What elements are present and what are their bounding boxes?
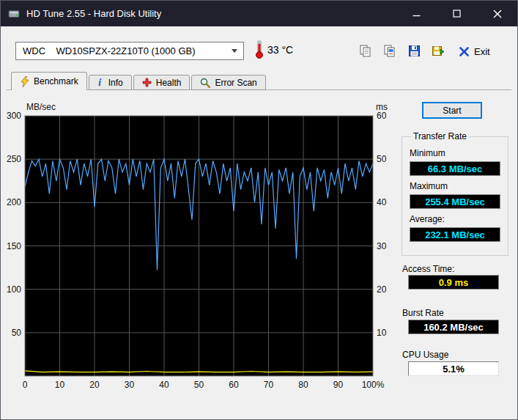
maximize-icon <box>453 10 461 18</box>
export-icon <box>432 45 445 57</box>
access-time-value: 0.9 ms <box>408 275 499 290</box>
burst-rate-label: Burst Rate <box>402 308 444 318</box>
svg-text:0: 0 <box>23 380 28 390</box>
exit-label: Exit <box>474 46 490 57</box>
tab-info[interactable]: i Info <box>89 75 132 90</box>
window-controls <box>396 1 517 26</box>
svg-text:80: 80 <box>298 380 308 390</box>
average-value: 232.1 MB/sec <box>410 227 500 242</box>
copy-text-button[interactable] <box>356 43 374 59</box>
svg-text:100%: 100% <box>362 380 385 390</box>
app-window: HD Tune 2.55 - Hard Disk Utility WDC WD1… <box>0 0 518 420</box>
chevron-down-icon <box>232 49 237 53</box>
app-icon <box>8 8 20 20</box>
svg-text:50: 50 <box>12 328 22 338</box>
exit-x-icon <box>459 47 469 56</box>
start-button[interactable]: Start <box>422 102 482 119</box>
copy-image-icon <box>383 45 396 57</box>
title-bar[interactable]: HD Tune 2.55 - Hard Disk Utility <box>1 1 517 26</box>
cpu-usage-value: 5.1% <box>408 361 499 376</box>
svg-text:i: i <box>98 77 102 88</box>
save-button[interactable] <box>405 43 423 59</box>
svg-text:300: 300 <box>7 111 21 121</box>
cpu-usage-label: CPU Usage <box>402 350 448 360</box>
svg-text:100: 100 <box>7 284 21 295</box>
svg-text:250: 250 <box>7 154 21 164</box>
close-icon <box>493 10 502 18</box>
info-icon: i <box>97 77 104 88</box>
tab-label: Error Scan <box>215 78 256 88</box>
tab-label: Benchmark <box>34 76 78 86</box>
exit-button[interactable]: Exit <box>459 43 490 59</box>
temperature-value: 33 °C <box>267 44 293 56</box>
svg-text:40: 40 <box>377 197 387 207</box>
average-label: Average: <box>410 214 500 224</box>
tab-health[interactable]: Health <box>133 75 190 90</box>
drive-select[interactable]: WDC WD10SPZX-22Z10T0 (1000 GB) <box>15 42 244 60</box>
minimize-button[interactable] <box>396 1 437 26</box>
export-button[interactable] <box>429 43 447 59</box>
minimum-value: 66.3 MB/sec <box>410 161 500 176</box>
burst-rate-value: 160.2 MB/sec <box>408 320 499 334</box>
save-icon <box>408 45 421 57</box>
thermometer-icon <box>255 40 264 62</box>
maximum-label: Maximum <box>410 181 500 191</box>
svg-text:200: 200 <box>7 197 21 207</box>
drive-select-value: WDC WD10SPZX-22Z10T0 (1000 GB) <box>16 45 196 56</box>
copy-text-icon <box>359 45 371 57</box>
transfer-rate-group: Transfer Rate Minimum 66.3 MB/sec Maximu… <box>402 131 508 256</box>
tab-label: Health <box>156 78 182 88</box>
svg-text:60: 60 <box>377 111 387 121</box>
window-title: HD Tune 2.55 - Hard Disk Utility <box>26 8 161 19</box>
lightning-icon <box>20 76 29 87</box>
tab-benchmark[interactable]: Benchmark <box>11 72 87 90</box>
svg-text:40: 40 <box>159 380 169 390</box>
copy-image-button[interactable] <box>380 43 398 59</box>
svg-text:60: 60 <box>229 380 239 390</box>
svg-text:90: 90 <box>333 380 344 390</box>
chart-canvas: MB/secms30025020015010050605040302010010… <box>4 98 400 399</box>
minimize-icon <box>412 10 421 18</box>
toolbar: WDC WD10SPZX-22Z10T0 (1000 GB) 33 °C <box>1 26 517 71</box>
svg-text:MB/sec: MB/sec <box>26 102 56 112</box>
tab-bar: Benchmark i Info Health <box>11 72 266 90</box>
transfer-rate-legend: Transfer Rate <box>411 131 469 141</box>
access-time-label: Access Time: <box>402 264 454 274</box>
svg-text:10: 10 <box>377 328 387 338</box>
svg-text:150: 150 <box>7 241 21 251</box>
close-button[interactable] <box>477 1 517 26</box>
tab-label: Info <box>108 78 123 88</box>
minimum-label: Minimum <box>410 148 500 158</box>
maximum-value: 255.4 MB/sec <box>410 194 500 209</box>
svg-text:50: 50 <box>194 380 204 390</box>
svg-text:10: 10 <box>55 380 65 390</box>
svg-text:50: 50 <box>377 154 387 164</box>
svg-text:30: 30 <box>125 380 135 390</box>
svg-text:30: 30 <box>377 241 387 251</box>
tab-error-scan[interactable]: Error Scan <box>191 75 265 90</box>
svg-text:20: 20 <box>377 284 387 295</box>
health-cross-icon <box>142 78 152 87</box>
benchmark-chart: MB/secms30025020015010050605040302010010… <box>4 98 400 399</box>
magnifier-icon <box>200 78 210 88</box>
svg-text:70: 70 <box>264 380 274 390</box>
maximize-button[interactable] <box>437 1 477 26</box>
svg-text:20: 20 <box>89 380 100 390</box>
